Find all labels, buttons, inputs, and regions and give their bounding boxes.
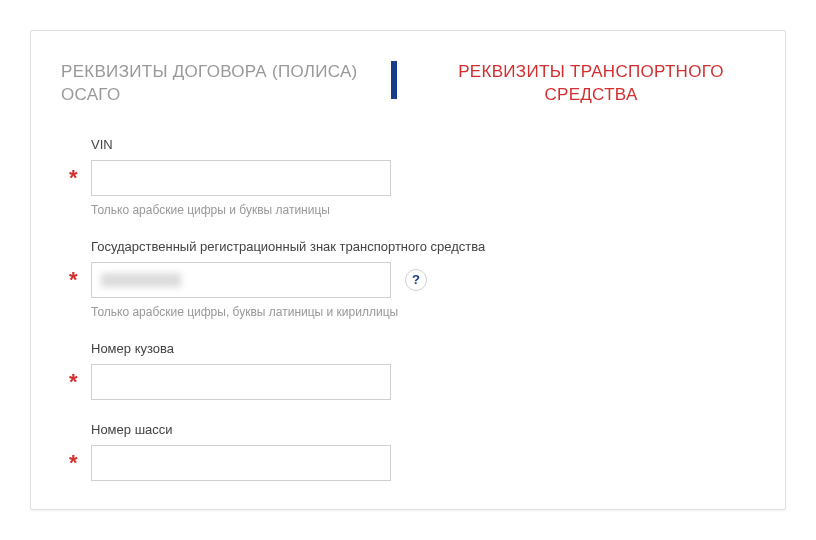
field-vin: VIN * Только арабские цифры и буквы лати… bbox=[91, 137, 755, 217]
tab-policy-details[interactable]: РЕКВИЗИТЫ ДОГОВОРА (ПОЛИСА) ОСАГО bbox=[61, 61, 381, 107]
required-mark-icon: * bbox=[69, 452, 78, 474]
chassis-number-label: Номер шасси bbox=[91, 422, 755, 437]
body-number-label: Номер кузова bbox=[91, 341, 755, 356]
required-mark-icon: * bbox=[69, 269, 78, 291]
required-mark-icon: * bbox=[69, 167, 78, 189]
tab-divider bbox=[391, 61, 397, 99]
reg-plate-redacted-value bbox=[101, 273, 181, 287]
required-mark-icon: * bbox=[69, 371, 78, 393]
vehicle-form: VIN * Только арабские цифры и буквы лати… bbox=[61, 137, 755, 481]
field-reg-plate: Государственный регистрационный знак тра… bbox=[91, 239, 755, 319]
field-body-number: Номер кузова * bbox=[91, 341, 755, 400]
vin-hint: Только арабские цифры и буквы латиницы bbox=[91, 203, 755, 217]
vin-label: VIN bbox=[91, 137, 755, 152]
reg-plate-input-row: * ? bbox=[91, 262, 755, 298]
vin-input[interactable] bbox=[91, 160, 391, 196]
reg-plate-label: Государственный регистрационный знак тра… bbox=[91, 239, 755, 254]
tab-vehicle-details[interactable]: РЕКВИЗИТЫ ТРАНСПОРТНОГО СРЕДСТВА bbox=[427, 61, 755, 107]
tabs-container: РЕКВИЗИТЫ ДОГОВОРА (ПОЛИСА) ОСАГО РЕКВИЗ… bbox=[61, 61, 755, 107]
reg-plate-hint: Только арабские цифры, буквы латиницы и … bbox=[91, 305, 755, 319]
field-chassis-number: Номер шасси * bbox=[91, 422, 755, 481]
body-number-input[interactable] bbox=[91, 364, 391, 400]
vin-input-row: * bbox=[91, 160, 755, 196]
chassis-number-input[interactable] bbox=[91, 445, 391, 481]
body-number-input-row: * bbox=[91, 364, 755, 400]
chassis-number-input-row: * bbox=[91, 445, 755, 481]
form-card: РЕКВИЗИТЫ ДОГОВОРА (ПОЛИСА) ОСАГО РЕКВИЗ… bbox=[30, 30, 786, 510]
help-icon[interactable]: ? bbox=[405, 269, 427, 291]
